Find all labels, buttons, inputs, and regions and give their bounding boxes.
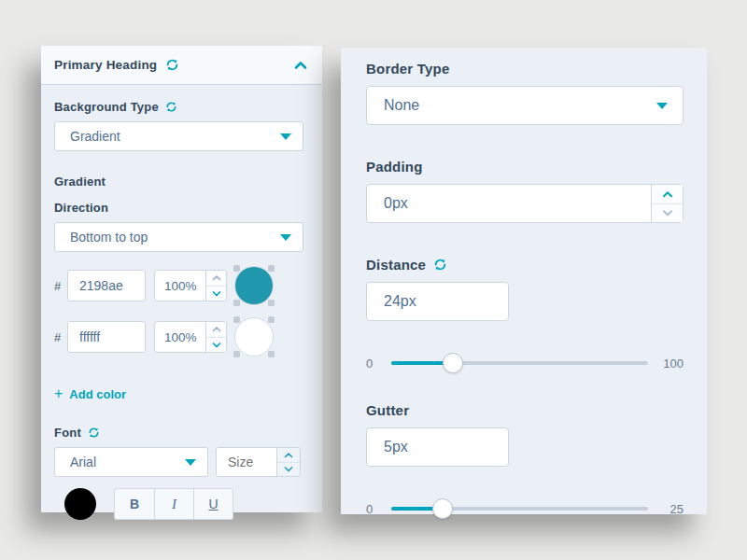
- distance-slider-row: 0 100: [366, 352, 684, 374]
- primary-heading-section-header[interactable]: Primary Heading: [41, 46, 322, 85]
- stepper-up-icon[interactable]: [277, 448, 300, 463]
- padding-stepper: [651, 185, 683, 222]
- font-row: Arial: [54, 447, 303, 477]
- stepper-up-icon[interactable]: [652, 185, 683, 204]
- stepper-down-icon[interactable]: [277, 463, 300, 477]
- padding-input: [366, 184, 684, 223]
- hex-color-input[interactable]: [67, 270, 146, 301]
- sync-icon[interactable]: [88, 427, 100, 439]
- opacity-input[interactable]: 100%: [154, 321, 227, 353]
- opacity-value: 100%: [155, 271, 205, 301]
- slider-max-label: 25: [659, 502, 684, 516]
- chevron-down-icon: [656, 103, 668, 109]
- background-type-select[interactable]: Gradient: [54, 121, 303, 151]
- gutter-slider[interactable]: [391, 497, 648, 520]
- style-settings-panel: Border Type None Padding Distance 0 100 …: [341, 48, 707, 514]
- hex-prefix: #: [54, 279, 67, 293]
- font-label: Font: [54, 426, 81, 440]
- section-title: Primary Heading: [54, 58, 157, 72]
- font-size-stepper: [276, 448, 300, 476]
- slider-thumb[interactable]: [443, 353, 463, 373]
- direction-select[interactable]: Bottom to top: [54, 222, 303, 252]
- opacity-value: 100%: [155, 322, 205, 352]
- add-color-button[interactable]: + Add color: [54, 386, 126, 401]
- swatch-circle[interactable]: [235, 267, 273, 304]
- slider-min-label: 0: [366, 357, 379, 371]
- gutter-input: [366, 427, 509, 467]
- border-type-select[interactable]: None: [366, 86, 684, 125]
- distance-label: Distance: [366, 257, 426, 273]
- text-style-button-group: B I U: [114, 488, 233, 520]
- add-color-label: Add color: [69, 387, 126, 401]
- border-type-label: Border Type: [366, 61, 684, 77]
- direction-label: Direction: [54, 201, 303, 215]
- stepper-down-icon[interactable]: [206, 338, 226, 353]
- padding-field[interactable]: [367, 195, 651, 212]
- stepper-up-icon[interactable]: [206, 271, 226, 287]
- italic-button[interactable]: I: [154, 489, 193, 519]
- color-stop-row: # 100%: [54, 318, 303, 356]
- opacity-stepper: [205, 322, 226, 352]
- border-type-value: None: [384, 97, 656, 114]
- font-family-value: Arial: [70, 455, 185, 469]
- background-type-value: Gradient: [70, 129, 280, 144]
- hex-prefix: #: [54, 330, 67, 344]
- swatch-handle: [233, 265, 240, 272]
- collapse-chevron-up-icon[interactable]: [294, 61, 307, 70]
- chevron-down-icon: [185, 459, 196, 466]
- font-family-select[interactable]: Arial: [54, 447, 208, 477]
- slider-thumb[interactable]: [432, 498, 453, 519]
- font-color-swatch[interactable]: [64, 488, 96, 520]
- swatch-handle: [233, 316, 240, 323]
- gradient-section-label: Gradient: [54, 175, 303, 189]
- font-label-row: Font: [54, 426, 303, 440]
- swatch-handle: [233, 300, 240, 306]
- swatch-handle: [268, 316, 275, 323]
- stepper-down-icon[interactable]: [652, 204, 683, 223]
- underline-button[interactable]: U: [193, 489, 233, 519]
- gutter-label: Gutter: [366, 402, 684, 418]
- bold-button[interactable]: B: [115, 489, 154, 519]
- slider-max-label: 100: [659, 357, 684, 371]
- font-size-field[interactable]: [217, 448, 276, 476]
- distance-label-row: Distance: [366, 257, 684, 273]
- chevron-down-icon: [280, 234, 291, 241]
- swatch-handle: [233, 351, 240, 357]
- swatch-handle: [268, 265, 275, 272]
- module-settings-panel: Primary Heading Background Type Gradient…: [41, 46, 322, 512]
- distance-input: [366, 282, 509, 321]
- padding-label: Padding: [366, 159, 684, 175]
- sync-icon[interactable]: [433, 258, 447, 272]
- gutter-slider-row: 0 25: [366, 497, 684, 520]
- font-style-row: B I U: [54, 488, 303, 520]
- stepper-down-icon[interactable]: [206, 287, 226, 301]
- background-type-label: Background Type: [54, 100, 159, 114]
- swatch-circle[interactable]: [235, 318, 273, 356]
- distance-field[interactable]: [367, 293, 508, 310]
- opacity-input[interactable]: 100%: [154, 270, 227, 301]
- hex-color-input[interactable]: [67, 321, 146, 353]
- sync-icon[interactable]: [165, 101, 177, 113]
- gutter-field[interactable]: [367, 439, 508, 455]
- distance-slider[interactable]: [391, 352, 648, 374]
- color-swatch[interactable]: [235, 267, 273, 304]
- background-type-label-row: Background Type: [54, 100, 303, 114]
- plus-icon: +: [54, 386, 63, 401]
- stepper-up-icon[interactable]: [206, 322, 226, 338]
- color-swatch[interactable]: [235, 318, 273, 356]
- chevron-down-icon: [280, 133, 291, 140]
- font-size-input: [216, 447, 301, 477]
- sync-icon[interactable]: [165, 58, 179, 72]
- swatch-handle: [268, 300, 275, 306]
- slider-min-label: 0: [366, 502, 379, 516]
- direction-value: Bottom to top: [70, 230, 280, 245]
- opacity-stepper: [205, 271, 226, 301]
- color-stop-row: # 100%: [54, 267, 303, 304]
- swatch-handle: [268, 351, 275, 357]
